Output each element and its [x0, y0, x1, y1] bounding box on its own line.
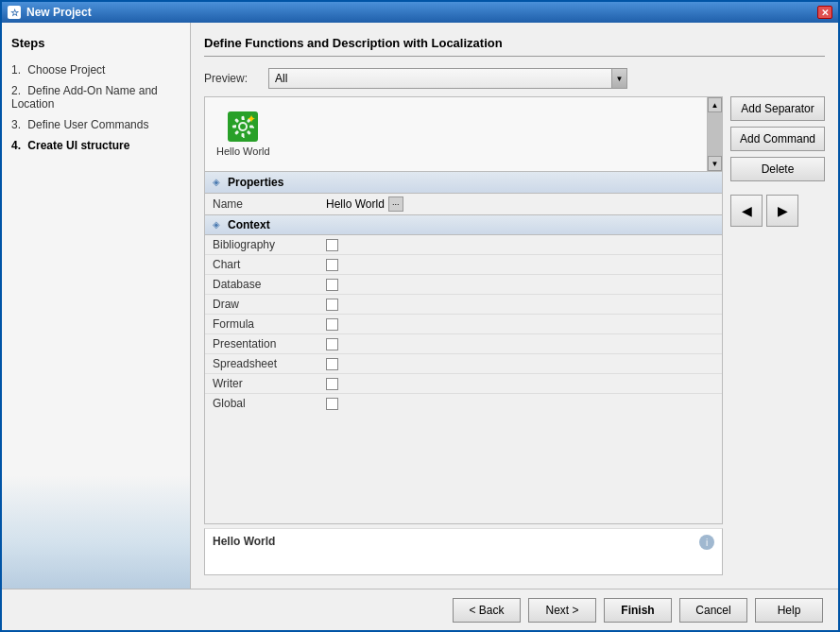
- writer-row: Writer: [205, 374, 722, 394]
- chart-checkbox[interactable]: [326, 259, 338, 271]
- nav-buttons: ◀ ▶: [730, 195, 825, 227]
- preview-row: Preview: All ▼: [204, 68, 825, 89]
- icon-area: ✦ Hello World ▲ ▼: [204, 96, 723, 172]
- work-area: ✦ Hello World ▲ ▼: [204, 96, 825, 575]
- context-title: Context: [228, 218, 270, 231]
- properties-header: ◈ Properties: [205, 172, 722, 194]
- context-header: ◈ Context: [205, 214, 722, 235]
- presentation-row: Presentation: [205, 334, 722, 354]
- database-checkbox[interactable]: [326, 279, 338, 291]
- add-separator-button[interactable]: Add Separator: [730, 96, 825, 121]
- steps-list: 1. Choose Project 2. Define Add-On Name …: [11, 63, 180, 152]
- chart-row: Chart: [205, 255, 722, 275]
- bibliography-row: Bibliography: [205, 235, 722, 255]
- sidebar: Steps 1. Choose Project 2. Define Add-On…: [2, 23, 191, 589]
- add-command-button[interactable]: Add Command: [730, 127, 825, 151]
- name-row: Name Hello World ···: [205, 194, 722, 214]
- title-bar: ☆ New Project ✕: [2, 2, 838, 23]
- description-area: Hello World i: [204, 528, 723, 575]
- icon-area-scrollbar[interactable]: ▲ ▼: [707, 97, 722, 171]
- window-title: New Project: [26, 6, 817, 19]
- scroll-up-icon[interactable]: ▲: [708, 97, 722, 112]
- step-2: 2. Define Add-On Name and Location: [11, 84, 180, 111]
- name-value: Hello World: [326, 197, 385, 211]
- preview-label: Preview:: [204, 72, 261, 85]
- description-info-icon: i: [699, 535, 714, 550]
- main-panel: Define Functions and Description with Lo…: [191, 23, 838, 589]
- footer: < Back Next > Finish Cancel Help: [2, 589, 838, 630]
- window-icon: ☆: [8, 6, 21, 19]
- properties-table: Name Hello World ···: [205, 194, 722, 214]
- content-area: Steps 1. Choose Project 2. Define Add-On…: [2, 23, 838, 589]
- main-window: ☆ New Project ✕ Steps 1. Choose Project …: [0, 0, 840, 632]
- properties-title: Properties: [228, 176, 283, 189]
- right-buttons: Add Separator Add Command Delete ◀ ▶: [730, 96, 825, 575]
- preview-select-value: All: [275, 72, 621, 85]
- name-value-cell: Hello World ···: [318, 194, 722, 214]
- nav-forward-button[interactable]: ▶: [766, 195, 798, 227]
- draw-checkbox[interactable]: [326, 299, 338, 311]
- next-button[interactable]: Next >: [528, 598, 596, 623]
- step-4: 4. Create UI structure: [11, 139, 180, 152]
- draw-row: Draw: [205, 295, 722, 315]
- back-button[interactable]: < Back: [453, 598, 521, 623]
- context-table: Bibliography Chart Database: [205, 235, 722, 413]
- delete-button[interactable]: Delete: [730, 157, 825, 181]
- main-title: Define Functions and Description with Lo…: [204, 36, 825, 57]
- properties-panel: ◈ Properties Name Hello World ···: [204, 172, 723, 524]
- svg-rect-2: [242, 116, 245, 120]
- context-icon: ◈: [213, 219, 224, 231]
- bibliography-checkbox[interactable]: [326, 239, 338, 251]
- svg-rect-9: [234, 118, 239, 123]
- help-button[interactable]: Help: [755, 598, 823, 623]
- close-button[interactable]: ✕: [817, 6, 832, 19]
- icon-item-label: Hello World: [216, 145, 270, 157]
- svg-text:✦: ✦: [247, 113, 256, 126]
- step-1: 1. Choose Project: [11, 63, 180, 77]
- preview-select[interactable]: All ▼: [268, 68, 627, 89]
- presentation-checkbox[interactable]: [326, 338, 338, 350]
- formula-checkbox[interactable]: [326, 318, 338, 331]
- formula-row: Formula: [205, 315, 722, 334]
- writer-checkbox[interactable]: [326, 378, 338, 390]
- global-row: Global: [205, 394, 722, 414]
- hello-world-icon: ✦: [228, 111, 258, 142]
- svg-rect-5: [247, 130, 251, 135]
- left-panel: ✦ Hello World ▲ ▼: [204, 96, 723, 575]
- scroll-thumb[interactable]: [708, 112, 722, 156]
- spreadsheet-checkbox[interactable]: [326, 358, 338, 370]
- name-label-cell: Name: [205, 194, 318, 214]
- svg-point-1: [240, 124, 246, 129]
- finish-button[interactable]: Finish: [604, 598, 672, 623]
- properties-icon: ◈: [213, 177, 224, 188]
- nav-back-button[interactable]: ◀: [730, 195, 763, 227]
- hello-world-icon-item[interactable]: ✦ Hello World: [205, 104, 282, 164]
- cancel-button[interactable]: Cancel: [679, 598, 747, 623]
- dropdown-arrow-icon: ▼: [611, 69, 626, 88]
- svg-rect-6: [242, 133, 245, 137]
- spreadsheet-row: Spreadsheet: [205, 354, 722, 374]
- database-row: Database: [205, 275, 722, 295]
- description-text: Hello World: [213, 535, 275, 548]
- name-edit-button[interactable]: ···: [388, 196, 403, 212]
- svg-rect-8: [232, 126, 236, 128]
- scroll-down-icon[interactable]: ▼: [708, 156, 722, 171]
- sidebar-decoration: [2, 475, 190, 589]
- svg-rect-7: [234, 130, 239, 135]
- global-checkbox[interactable]: [326, 398, 338, 410]
- sidebar-title: Steps: [11, 36, 180, 50]
- step-3: 3. Define User Commands: [11, 118, 180, 131]
